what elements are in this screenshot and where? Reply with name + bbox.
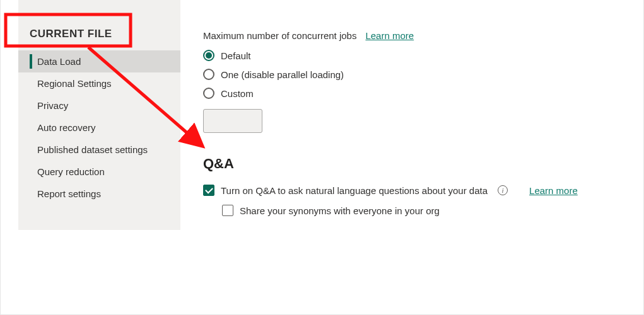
sidebar-item-data-load[interactable]: Data Load — [18, 50, 180, 72]
radio-label: One (disable parallel loading) — [221, 69, 344, 80]
sidebar-item-label: Auto recovery — [37, 122, 96, 133]
concurrent-jobs-options: Default One (disable parallel loading) C… — [203, 50, 636, 133]
parallel-loading-group: Maximum number of concurrent jobs Learn … — [203, 30, 636, 133]
radio-label: Default — [221, 50, 251, 61]
sidebar-item-privacy[interactable]: Privacy — [18, 94, 180, 117]
radio-icon — [203, 88, 214, 99]
radio-option-default[interactable]: Default — [203, 50, 636, 61]
radio-option-custom[interactable]: Custom — [203, 88, 636, 99]
learn-more-link[interactable]: Learn more — [365, 30, 414, 41]
radio-option-one[interactable]: One (disable parallel loading) — [203, 69, 636, 80]
sidebar-item-auto-recovery[interactable]: Auto recovery — [18, 117, 180, 139]
qa-section-title: Q&A — [203, 156, 636, 172]
sidebar-item-query-reduction[interactable]: Query reduction — [18, 161, 180, 183]
qa-enable-label: Turn on Q&A to ask natural language ques… — [221, 185, 488, 196]
qa-share-label: Share your synonyms with everyone in you… — [240, 205, 440, 216]
concurrent-jobs-label: Maximum number of concurrent jobs — [203, 30, 356, 41]
sidebar-item-label: Privacy — [37, 100, 68, 111]
custom-jobs-input[interactable] — [203, 109, 262, 133]
qa-share-row: Share your synonyms with everyone in you… — [203, 205, 636, 216]
info-icon[interactable]: i — [498, 185, 508, 195]
sidebar-items: Data Load Regional Settings Privacy Auto… — [18, 50, 180, 205]
radio-icon — [203, 69, 214, 80]
sidebar-item-published-dataset-settings[interactable]: Published dataset settings — [18, 139, 180, 161]
sidebar-panel: CURRENT FILE Data Load Regional Settings… — [18, 0, 180, 230]
sidebar-section-header: CURRENT FILE — [18, 0, 180, 50]
main-content: Maximum number of concurrent jobs Learn … — [180, 0, 643, 314]
qa-section: Q&A Turn on Q&A to ask natural language … — [203, 156, 636, 216]
qa-learn-more-link[interactable]: Learn more — [529, 185, 578, 196]
sidebar-item-label: Regional Settings — [37, 78, 112, 89]
qa-enable-checkbox[interactable] — [203, 185, 214, 196]
qa-share-checkbox[interactable] — [222, 205, 233, 216]
sidebar-item-label: Report settings — [37, 188, 101, 199]
sidebar-item-report-settings[interactable]: Report settings — [18, 183, 180, 205]
sidebar-item-label: Query reduction — [37, 166, 105, 177]
sidebar-item-regional-settings[interactable]: Regional Settings — [18, 72, 180, 94]
sidebar-item-label: Data Load — [37, 56, 81, 67]
sidebar-item-label: Published dataset settings — [37, 144, 148, 155]
radio-label: Custom — [221, 88, 254, 99]
qa-enable-row: Turn on Q&A to ask natural language ques… — [203, 185, 636, 196]
radio-icon — [203, 50, 214, 61]
sidebar: CURRENT FILE Data Load Regional Settings… — [1, 0, 180, 314]
